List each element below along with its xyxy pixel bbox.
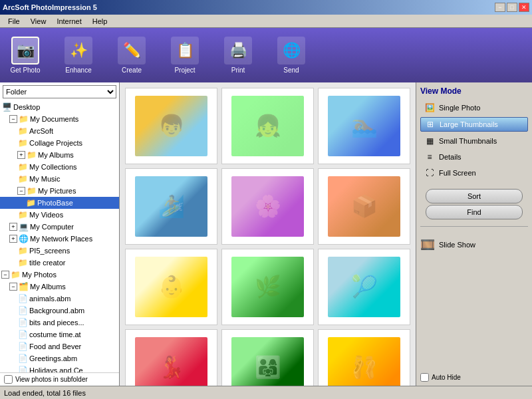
expander-my-network-places[interactable]: + <box>9 235 17 243</box>
photo-10[interactable]: 💃 <box>125 329 217 386</box>
tree-item-animals[interactable]: 📄 animals.abm <box>0 293 119 305</box>
folder-dropdown-container: Folder <box>3 85 116 98</box>
send-label: Send <box>283 66 299 74</box>
tree-label-my-computer: My Computer <box>30 223 74 231</box>
tree-label-photobase: PhotoBase <box>37 199 73 207</box>
toolbar-project[interactable]: 📋 Project <box>165 37 205 74</box>
print-label: Print <box>231 66 245 74</box>
file-tree: 🖥️ Desktop − 📁 My Documents 📁 ArcSoft 📁 <box>0 101 119 372</box>
auto-hide-checkbox[interactable] <box>420 373 429 382</box>
create-label: Create <box>122 66 142 74</box>
my-photos-icon: 📁 <box>10 269 21 280</box>
photo-scroll[interactable]: 👦 👧 🏊 🏄 🌸 📦 👶 <box>120 82 416 386</box>
view-btn-single-photo[interactable]: 🖼️ Single Photo <box>420 101 528 114</box>
minimize-button[interactable]: − <box>495 3 505 12</box>
tree-item-my-music[interactable]: 📁 My Music <box>0 173 119 185</box>
find-button[interactable]: Find <box>426 205 523 219</box>
get-photo-icon: 📷 <box>11 37 39 65</box>
menu-help[interactable]: Help <box>87 16 113 27</box>
slide-show-section[interactable]: 🎞️ Slide Show <box>420 235 528 255</box>
tree-item-arcsoft[interactable]: 📁 ArcSoft <box>0 125 119 137</box>
arcsoft-icon: 📁 <box>17 126 28 136</box>
photo-1[interactable]: 👦 <box>125 88 217 164</box>
toolbar-get-photo[interactable]: 📷 Get Photo <box>5 37 45 74</box>
view-btn-full-screen[interactable]: ⛶ Full Screen <box>420 166 528 180</box>
costume-icon: 📄 <box>17 329 28 340</box>
get-photo-label: Get Photo <box>10 66 40 74</box>
photo-11[interactable]: 👨‍👩‍👧 <box>221 329 314 386</box>
tree-item-my-photos[interactable]: − 📁 My Photos <box>0 269 119 281</box>
expander-my-computer[interactable]: + <box>9 223 17 231</box>
statusbar: Load ended, total 16 files <box>0 386 532 399</box>
tree-label-holidays: Holidays and Ce <box>29 366 83 372</box>
view-btn-small-thumbnails[interactable]: ▦ Small Thumbnails <box>420 134 528 148</box>
tree-label-costume: costume time.at <box>29 331 81 338</box>
maximize-button[interactable]: □ <box>507 3 517 12</box>
tree-item-food[interactable]: 📄 Food and Bever <box>0 340 119 352</box>
background-icon: 📄 <box>17 305 28 316</box>
photo-2[interactable]: 👧 <box>221 88 314 164</box>
folder-dropdown[interactable]: Folder <box>3 85 116 98</box>
photo-4[interactable]: 🏄 <box>125 168 217 245</box>
photo-8[interactable]: 🌿 <box>221 249 314 325</box>
view-btn-large-thumbnails[interactable]: ⊞ Large Thumbnails <box>420 117 528 132</box>
view-subfolder-checkbox[interactable] <box>4 375 13 384</box>
tree-item-greetings[interactable]: 📄 Greetings.abm <box>0 352 119 364</box>
photo-6[interactable]: 📦 <box>318 168 410 245</box>
expander-my-pictures[interactable]: − <box>17 187 25 195</box>
tree-item-desktop[interactable]: 🖥️ Desktop <box>0 101 119 113</box>
menu-file[interactable]: File <box>3 16 25 27</box>
tree-item-photobase[interactable]: 📁 PhotoBase <box>0 197 119 209</box>
full-screen-label: Full Screen <box>439 169 476 177</box>
tree-item-bits[interactable]: 📄 bits and pieces... <box>0 317 119 329</box>
expander-my-documents[interactable]: − <box>9 115 17 123</box>
bits-icon: 📄 <box>17 317 28 328</box>
photo-12[interactable]: 🩰 <box>318 329 410 386</box>
menu-view[interactable]: View <box>25 16 52 27</box>
tree-item-my-albums2[interactable]: − 🗂️ My Albums <box>0 281 119 293</box>
project-icon: 📋 <box>171 37 199 65</box>
photo-9[interactable]: 🎾 <box>318 249 410 325</box>
tree-item-my-videos[interactable]: 📁 My Videos <box>0 209 119 221</box>
menu-internet[interactable]: Internet <box>51 16 86 27</box>
tree-item-costume[interactable]: 📄 costume time.at <box>0 329 119 340</box>
menubar: File View Internet Help <box>0 15 532 28</box>
toolbar-enhance[interactable]: ✨ Enhance <box>59 37 98 74</box>
print-icon: 🖨️ <box>224 37 252 65</box>
my-network-places-icon: 🌐 <box>18 233 29 244</box>
photo-7[interactable]: 👶 <box>125 249 217 325</box>
tree-item-my-network-places[interactable]: + 🌐 My Network Places <box>0 233 119 245</box>
my-music-icon: 📁 <box>17 174 28 184</box>
tree-label-my-albums2: My Albums <box>30 283 66 291</box>
tree-item-my-albums[interactable]: + 📁 My Albums <box>0 149 119 161</box>
tree-item-pi5-screens[interactable]: 📁 PI5_screens <box>0 245 119 257</box>
details-label: Details <box>439 153 462 161</box>
expander-my-albums2[interactable]: − <box>9 283 17 291</box>
photo-5[interactable]: 🌸 <box>221 168 314 245</box>
tree-label-background: Background.abm <box>29 307 84 315</box>
expander-my-albums[interactable]: + <box>17 151 25 159</box>
slide-show-label: Slide Show <box>439 241 475 249</box>
expander-my-photos[interactable]: − <box>1 271 9 279</box>
toolbar-create[interactable]: ✏️ Create <box>112 37 152 74</box>
tree-item-my-collections[interactable]: 📁 My Collections <box>0 161 119 173</box>
photo-grid: 👦 👧 🏊 🏄 🌸 📦 👶 <box>122 85 413 386</box>
tree-item-background[interactable]: 📄 Background.abm <box>0 305 119 317</box>
toolbar-send[interactable]: 🌐 Send <box>271 37 311 74</box>
tree-item-my-pictures[interactable]: − 📁 My Pictures <box>0 185 119 197</box>
view-btn-details[interactable]: ≡ Details <box>420 150 528 164</box>
photo-3[interactable]: 🏊 <box>318 88 410 164</box>
large-thumbnails-label: Large Thumbnails <box>440 120 498 128</box>
tree-item-collage-projects[interactable]: 📁 Collage Projects <box>0 137 119 149</box>
sort-button[interactable]: Sort <box>426 189 523 203</box>
right-panel: View Mode 🖼️ Single Photo ⊞ Large Thumbn… <box>416 82 532 386</box>
tree-label-arcsoft: ArcSoft <box>29 127 53 135</box>
tree-item-my-documents[interactable]: − 📁 My Documents <box>0 113 119 125</box>
toolbar-print[interactable]: 🖨️ Print <box>218 37 258 74</box>
tree-item-my-computer[interactable]: + 💻 My Computer <box>0 221 119 233</box>
tree-item-title-creator[interactable]: 📁 title creator <box>0 257 119 269</box>
tree-label-bits: bits and pieces... <box>29 319 84 327</box>
tree-item-holidays[interactable]: 📄 Holidays and Ce <box>0 364 119 372</box>
close-button[interactable]: ✕ <box>519 3 529 12</box>
details-icon: ≡ <box>424 152 436 162</box>
